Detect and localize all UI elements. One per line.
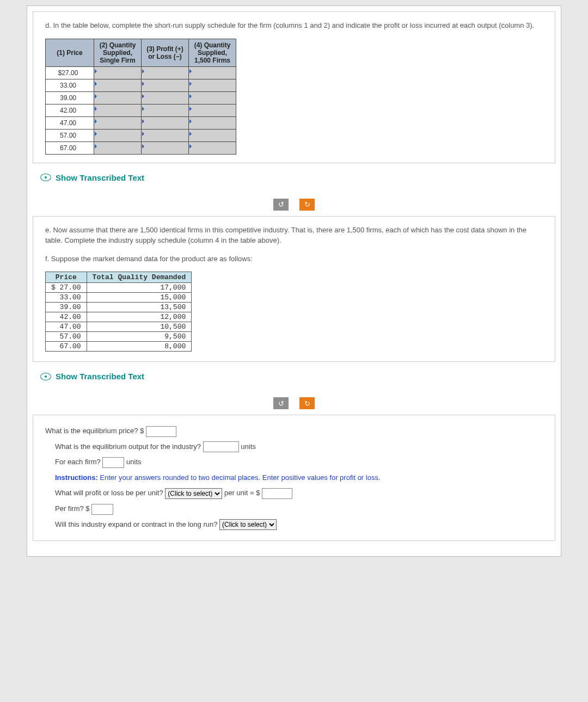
table-row: 39.0013,500 xyxy=(46,303,192,312)
demand-header-price: Price xyxy=(46,272,87,283)
table-row: 67.00 xyxy=(46,141,236,154)
price-cell: 39.00 xyxy=(46,91,94,104)
rotate-buttons: ↺ ↻ xyxy=(33,199,555,211)
per-firm-input[interactable] xyxy=(91,504,113,515)
rotate-buttons-2: ↺ ↻ xyxy=(33,397,555,409)
table-row: 42.0012,000 xyxy=(46,312,192,322)
instructions-label: Instructions: xyxy=(55,473,98,482)
show-transcribed-link[interactable]: Show Transcribed Text xyxy=(40,372,555,381)
demand-qty-cell: 13,500 xyxy=(87,303,192,312)
demand-qty-cell: 8,000 xyxy=(87,342,192,352)
demand-header-qty: Total Quality Demanded xyxy=(87,272,192,283)
supply-input-cell[interactable] xyxy=(142,79,189,91)
demand-table: Price Total Quality Demanded $ 27.0017,0… xyxy=(45,272,192,352)
supply-header-qty-1500: (4) Quantity Supplied, 1,500 Firms xyxy=(189,39,236,66)
supply-input-cell[interactable] xyxy=(189,91,236,104)
page-container: d. In the table below, complete the shor… xyxy=(27,5,561,557)
supply-input-cell[interactable] xyxy=(189,129,236,141)
demand-price-cell: $ 27.00 xyxy=(46,283,87,293)
part-ef-block: e. Now assume that there are 1,500 ident… xyxy=(33,216,555,362)
eye-icon xyxy=(40,174,51,181)
part-d-block: d. In the table below, complete the shor… xyxy=(33,11,555,163)
supply-input-cell[interactable] xyxy=(94,116,142,129)
supply-input-cell[interactable] xyxy=(94,129,142,141)
per-firm-row: Per firm? $ xyxy=(55,501,543,517)
demand-price-cell: 33.00 xyxy=(46,293,87,303)
eq-price-row: What is the equilibrium price? $ xyxy=(45,423,543,439)
supply-input-cell[interactable] xyxy=(94,79,142,91)
demand-qty-cell: 9,500 xyxy=(87,332,192,342)
supply-input-cell[interactable] xyxy=(142,66,189,79)
part-e-prompt: e. Now assume that there are 1,500 ident… xyxy=(45,225,543,246)
eq-output-label: What is the equilibrium output for the i… xyxy=(55,442,201,451)
eq-price-label: What is the equilibrium price? $ xyxy=(45,427,144,435)
price-cell: 33.00 xyxy=(46,79,94,91)
supply-input-cell[interactable] xyxy=(189,141,236,154)
table-row: $ 27.0017,000 xyxy=(46,283,192,293)
supply-header-qty-single: (2) Quantity Supplied, Single Firm xyxy=(94,39,142,66)
each-firm-label: For each firm? xyxy=(55,458,101,466)
table-row: 47.00 xyxy=(46,116,236,129)
supply-input-cell[interactable] xyxy=(189,104,236,116)
supply-input-cell[interactable] xyxy=(189,79,236,91)
transcribe-label: Show Transcribed Text xyxy=(56,372,144,381)
profit-unit-row: What will profit or loss be per unit? (C… xyxy=(55,485,543,501)
supply-input-cell[interactable] xyxy=(94,104,142,116)
units-label: units xyxy=(241,442,255,451)
part-d-prompt: d. In the table below, complete the shor… xyxy=(45,20,543,31)
supply-input-cell[interactable] xyxy=(189,66,236,79)
profit-unit-input[interactable] xyxy=(262,488,292,499)
each-firm-input[interactable] xyxy=(102,457,124,468)
supply-input-cell[interactable] xyxy=(142,116,189,129)
supply-input-cell[interactable] xyxy=(94,91,142,104)
demand-price-cell: 42.00 xyxy=(46,312,87,322)
rotate-right-button[interactable]: ↻ xyxy=(299,397,315,409)
demand-table-wrap: Price Total Quality Demanded $ 27.0017,0… xyxy=(45,272,192,352)
price-cell: 67.00 xyxy=(46,141,94,154)
rotate-left-button[interactable]: ↺ xyxy=(273,199,289,211)
supply-input-cell[interactable] xyxy=(142,129,189,141)
expand-select[interactable]: (Click to select) xyxy=(219,519,277,530)
demand-qty-cell: 15,000 xyxy=(87,293,192,303)
supply-header-profit: (3) Profit (+) or Loss (−) xyxy=(142,39,189,66)
supply-header-price: (1) Price xyxy=(46,39,94,66)
expand-row: Will this industry expand or contract in… xyxy=(55,517,543,533)
supply-input-cell[interactable] xyxy=(142,91,189,104)
table-row: 42.00 xyxy=(46,104,236,116)
supply-table: (1) Price (2) Quantity Supplied, Single … xyxy=(45,39,236,155)
eq-price-input[interactable] xyxy=(146,426,176,437)
per-firm-label: Per firm? $ xyxy=(55,504,90,513)
demand-price-cell: 57.00 xyxy=(46,332,87,342)
eq-output-input[interactable] xyxy=(203,441,239,452)
instructions-row: Instructions: Enter your answers rounded… xyxy=(55,470,543,486)
supply-input-cell[interactable] xyxy=(94,66,142,79)
table-row: $27.00 xyxy=(46,66,236,79)
demand-qty-cell: 17,000 xyxy=(87,283,192,293)
expand-label: Will this industry expand or contract in… xyxy=(55,520,217,528)
supply-input-cell[interactable] xyxy=(189,116,236,129)
supply-input-cell[interactable] xyxy=(94,141,142,154)
profit-unit-select[interactable]: (Click to select) xyxy=(165,488,222,499)
instructions-text: Enter your answers rounded to two decima… xyxy=(98,473,381,482)
table-row: 39.00 xyxy=(46,91,236,104)
supply-input-cell[interactable] xyxy=(142,141,189,154)
table-row: 67.008,000 xyxy=(46,342,192,352)
table-row: 47.0010,500 xyxy=(46,322,192,332)
eye-icon xyxy=(40,373,51,380)
rotate-right-button[interactable]: ↻ xyxy=(299,199,315,211)
supply-input-cell[interactable] xyxy=(142,104,189,116)
table-row: 33.0015,000 xyxy=(46,293,192,303)
table-row: 57.00 xyxy=(46,129,236,141)
rotate-left-button[interactable]: ↺ xyxy=(273,397,289,409)
per-unit-equals: per unit = $ xyxy=(224,489,260,497)
part-f-prompt: f. Suppose the market demand data for th… xyxy=(45,254,543,264)
show-transcribed-link[interactable]: Show Transcribed Text xyxy=(40,173,555,182)
price-cell: 42.00 xyxy=(46,104,94,116)
price-cell: $27.00 xyxy=(46,66,94,79)
demand-price-cell: 67.00 xyxy=(46,342,87,352)
profit-unit-label: What will profit or loss be per unit? xyxy=(55,489,163,497)
eq-output-row: What is the equilibrium output for the i… xyxy=(55,439,543,455)
table-row: 33.00 xyxy=(46,79,236,91)
price-cell: 57.00 xyxy=(46,129,94,141)
transcribe-label: Show Transcribed Text xyxy=(56,173,144,182)
